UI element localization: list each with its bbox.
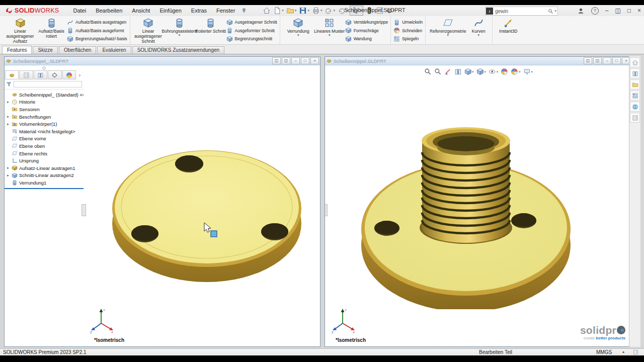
menu-datei[interactable]: Datei [73,8,86,14]
split-horizontal-button[interactable]: ◫ [584,57,592,64]
tree-item-ebene-vorne[interactable]: Ebene vorne [5,135,84,143]
boundary-cut-button[interactable]: Begrenzungsschnitt [226,35,277,43]
home-button[interactable] [262,6,271,15]
expand-arrow-icon[interactable]: ▸ [6,122,10,126]
open-button[interactable]: ▾ [286,6,297,15]
menu-fenster[interactable]: Fenster [216,8,235,14]
search-input[interactable]: gewin [493,9,548,14]
intersect-button[interactable]: Schneiden [393,27,423,35]
tab-display-manager[interactable] [62,70,76,79]
panel-splitter-grip[interactable] [325,204,328,216]
expand-arrow-icon[interactable]: ▸ [6,115,10,119]
split-horizontal-button[interactable]: ◫ [272,57,281,64]
caret-icon[interactable]: ▾ [497,70,498,74]
view-orientation-button[interactable]: ▾ [464,68,473,75]
search-caret-icon[interactable]: ▾ [554,9,556,13]
tree-item-beschriftungen[interactable]: ▸Beschriftungen [5,113,84,121]
caret-icon[interactable]: ▾ [307,9,309,13]
print-button[interactable]: ▾ [311,6,323,15]
tree-item-material[interactable]: Material <nicht festgelegt> [5,128,84,135]
left-window-titlebar[interactable]: Scheibennippel_.SLDPRT ◫ ◫ – □ × [5,57,320,65]
curves-button[interactable]: Kurven ▾ [467,17,490,37]
tab-property-manager[interactable] [19,70,33,79]
caret-icon[interactable]: ▾ [485,70,486,74]
search-scope-icon[interactable]: › [486,8,493,15]
units-selector[interactable]: MMGS [596,349,612,355]
custom-properties-button[interactable] [630,113,640,123]
caret-icon[interactable]: ▾ [295,9,297,13]
undo-button[interactable]: ▾ [324,6,336,15]
window-minimize-button[interactable]: – [603,57,611,64]
task-pane-home-button[interactable] [630,57,640,67]
file-explorer-button[interactable] [630,79,640,89]
menu-extras[interactable]: Extras [191,8,207,14]
caret-icon[interactable]: ▾ [329,34,331,37]
tree-item-ebene-rechts[interactable]: Ebene rechts [5,150,84,157]
status-caret-icon[interactable]: ▴ [622,349,624,354]
expand-arrow-icon[interactable]: ▸ [6,173,10,177]
zoom-fit-button[interactable] [424,68,431,75]
restore-button[interactable]: □ [627,8,631,14]
part-view-disc[interactable] [109,147,305,288]
lofted-cut-button[interactable]: Ausgeformter Schnitt [226,27,277,35]
reference-geometry-button[interactable]: Referenzgeometrie ▾ [428,17,467,37]
close-button[interactable]: × [637,8,641,14]
window-restore-button[interactable]: □ [301,57,309,64]
tab-skizze[interactable]: Skizze [33,46,57,54]
tab-overflow-chevron[interactable]: › [76,70,83,79]
menu-ansicht[interactable]: Ansicht [132,8,150,14]
linear-pattern-button[interactable]: Lineares Muster ▾ [314,17,345,37]
lofted-boss-button[interactable]: Aufsatz/Basis ausgeformt [67,27,127,35]
right-graphics-area[interactable]: ▾ ▾ ▾ ▾ ▾ [325,65,631,346]
bolt-hole[interactable] [511,213,536,228]
caret-icon[interactable]: ▾ [297,34,299,37]
tree-filter-input[interactable] [14,81,82,87]
part-view-flange[interactable] [348,93,589,309]
caret-icon[interactable]: ▾ [472,70,473,74]
search-box[interactable]: › gewin ▾ [486,7,558,16]
filter-funnel-icon[interactable] [6,81,12,87]
tab-zusatzanwendungen[interactable]: SOLIDWORKS Zusatzanwendungen [132,46,224,54]
panel-collapse-grip[interactable] [5,65,84,70]
tab-oberflaechen[interactable]: Oberflächen [59,46,96,54]
tree-item-ebene-oben[interactable]: Ebene oben [5,142,84,150]
design-library-button[interactable] [630,68,640,78]
split-vertical-button[interactable]: ◫ [282,57,290,64]
search-icon[interactable] [548,9,553,14]
help-button[interactable]: ? [591,7,599,15]
new-document-button[interactable]: ▾ [273,6,284,15]
caret-icon[interactable]: ▾ [447,34,449,37]
tab-evaluieren[interactable]: Evaluieren [97,46,131,54]
display-style-button[interactable]: ▾ [476,68,486,75]
right-window-titlebar[interactable]: Scheibennippel.SLDPRT ◫ ◫ – □ × [325,57,631,65]
minimize-button[interactable]: – [605,8,609,14]
split-vertical-button[interactable]: ◫ [593,57,602,64]
tab-dimxpert[interactable] [48,70,61,79]
threaded-boss[interactable] [422,127,510,243]
wrap-button[interactable]: Umwickeln [393,18,423,27]
fillet-button[interactable]: Verrundung ▾ [283,17,314,37]
save-button[interactable]: ▾ [298,6,310,15]
bolt-hole[interactable] [175,155,203,172]
tab-configuration-manager[interactable] [34,70,47,79]
toolbox-button[interactable] [630,90,640,101]
draft-button[interactable]: Formschräge [345,27,388,35]
user-account-icon[interactable] [577,7,585,15]
revolved-cut-button[interactable]: Rotierter Schnitt [195,17,226,34]
boundary-boss-button[interactable]: Begrenzungsaufsatz/-basis [67,35,127,43]
extruded-cut-button[interactable]: Linear ausgetragener Schnitt [133,17,164,44]
caret-icon[interactable]: ▾ [477,34,479,37]
edit-appearance-button[interactable] [501,68,508,75]
swept-boss-button[interactable]: Aufsatz/Basis ausgetragen [67,18,127,27]
online-resources-button[interactable] [630,102,640,112]
previous-view-button[interactable] [454,68,461,75]
left-graphics-area[interactable]: Y X Z *Isometrisch [84,65,320,346]
menubar-pin-button[interactable] [241,8,247,14]
window-minimize-button[interactable]: – [291,57,300,64]
caret-icon[interactable]: ▾ [531,70,532,74]
tree-item-ursprung[interactable]: Ursprung [5,157,84,164]
window-restore-button[interactable]: □ [612,57,621,64]
caret-icon[interactable]: ▾ [519,70,520,74]
view-settings-button[interactable]: ▾ [523,68,532,75]
hole-wizard-button[interactable]: Bohrungsassistent ▾ [164,17,195,37]
